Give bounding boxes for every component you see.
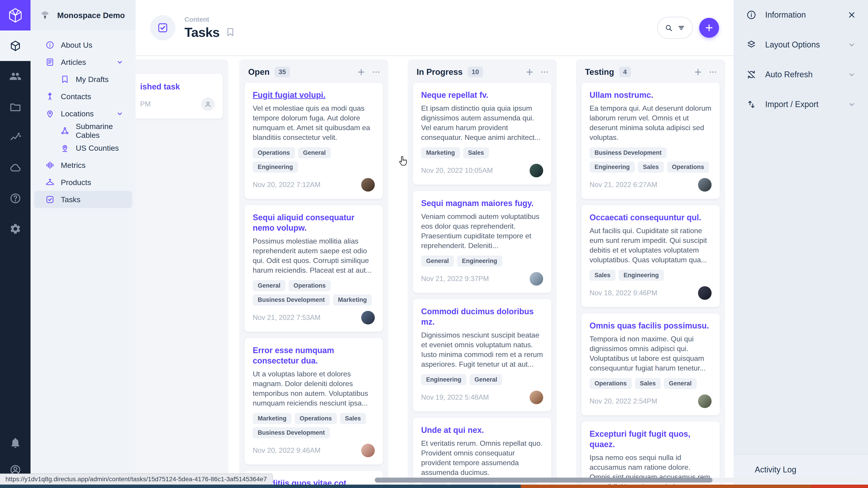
chevron-down-icon[interactable] bbox=[847, 40, 856, 49]
nav-item-locations[interactable]: Locations bbox=[34, 105, 132, 122]
tag-business-development: Business Development bbox=[253, 294, 330, 305]
layers-icon bbox=[746, 39, 756, 50]
avatar bbox=[530, 272, 543, 286]
info-icon bbox=[746, 10, 756, 20]
nav-item-my-drafts[interactable]: My Drafts bbox=[34, 71, 132, 88]
task-card[interactable]: Error esse numquam consectetur dua.Ut a … bbox=[245, 338, 383, 464]
sidebar-section-information[interactable]: Information bbox=[734, 0, 868, 30]
task-card[interactable]: Fugit fugiat volupi.Vel et molestiae qui… bbox=[245, 83, 383, 199]
column-actions bbox=[693, 68, 717, 76]
add-card-button[interactable] bbox=[693, 68, 703, 76]
nav-item-articles[interactable]: Articles bbox=[34, 54, 132, 71]
nav-item-about-us[interactable]: About Us bbox=[34, 36, 132, 54]
monospace-logo-icon bbox=[7, 7, 24, 24]
filter-icon[interactable] bbox=[677, 24, 686, 32]
module-content[interactable] bbox=[0, 31, 31, 61]
sidebar-section-label: Information bbox=[765, 10, 806, 20]
task-card-partial[interactable]: ished taskPM bbox=[135, 74, 223, 119]
nav-item-metrics[interactable]: Metrics bbox=[34, 157, 132, 174]
card-title[interactable]: Fugit fugiat volupi. bbox=[253, 90, 375, 100]
tag-marketing: Marketing bbox=[333, 294, 372, 305]
bookmark-icon bbox=[60, 75, 69, 84]
task-card[interactable]: Neque repellat fv.Et ipsam distinctio qu… bbox=[413, 83, 551, 185]
column-menu-button[interactable] bbox=[372, 68, 381, 76]
card-title[interactable]: ished task bbox=[140, 82, 215, 92]
card-description: Dignissimos nesciunt suscipit beatae et … bbox=[421, 330, 543, 369]
module-users[interactable] bbox=[0, 61, 31, 92]
chevron-down-icon[interactable] bbox=[847, 70, 856, 79]
add-card-button[interactable] bbox=[357, 68, 366, 76]
search-filter-pill[interactable] bbox=[657, 17, 693, 39]
column-count-badge: 10 bbox=[468, 67, 483, 77]
nav-item-submarine-cables[interactable]: Submarine Cables bbox=[34, 122, 132, 139]
card-date: Nov 20, 2022 10:05AM bbox=[421, 166, 493, 175]
close-icon[interactable] bbox=[847, 10, 856, 20]
tag-general: General bbox=[298, 147, 331, 158]
pin-icon bbox=[45, 109, 55, 118]
horizontal-scrollbar-thumb[interactable] bbox=[375, 478, 712, 483]
card-title[interactable]: Neque repellat fv. bbox=[421, 90, 543, 100]
task-card[interactable]: Occaecati consequuntur qul.Aut facilis q… bbox=[581, 205, 720, 307]
card-tags: OperationsSalesGeneral bbox=[590, 378, 712, 389]
column-count-badge: 35 bbox=[275, 67, 290, 77]
card-title[interactable]: Excepturi fugit fugit quos, quaez. bbox=[590, 429, 712, 450]
kanban-column-open: Open35Fugit fugiat volupi.Vel et molesti… bbox=[239, 59, 388, 488]
tag-engineering: Engineering bbox=[253, 162, 298, 173]
project-switcher[interactable]: Monospace Demo bbox=[31, 0, 135, 31]
nav-item-label: About Us bbox=[61, 41, 92, 50]
card-date: Nov 21, 2022 7:53AM bbox=[253, 314, 320, 322]
nav-item-label: Locations bbox=[61, 109, 94, 118]
column-actions bbox=[357, 68, 381, 76]
card-title[interactable]: Error esse numquam consectetur dua. bbox=[253, 345, 375, 366]
sidebar-section-auto-refresh[interactable]: Auto Refresh bbox=[734, 60, 868, 90]
sidebar-section-label: Import / Export bbox=[765, 100, 818, 109]
card-description: Ipsa nemo eos sequi nulla id accusamus n… bbox=[590, 453, 712, 488]
notifications[interactable] bbox=[0, 429, 31, 456]
chevron-down-icon[interactable] bbox=[847, 100, 856, 109]
card-title[interactable]: Commodi ducimus doloribus mz. bbox=[421, 306, 543, 327]
sidebar-section-import-export[interactable]: Import / Export bbox=[734, 90, 868, 119]
column-count-badge: 4 bbox=[619, 67, 631, 77]
nav-item-contacts[interactable]: Contacts bbox=[34, 88, 132, 105]
task-card[interactable]: Ullam nostrumc.Ea tempora qui. Aut deser… bbox=[581, 83, 720, 199]
card-title[interactable]: Sequi magnam maiores fugy. bbox=[421, 198, 543, 208]
card-title[interactable]: Sequi aliquid consequatur nemo volupw. bbox=[253, 213, 375, 233]
column-menu-button[interactable] bbox=[708, 68, 717, 76]
module-files[interactable] bbox=[0, 92, 31, 122]
task-card[interactable]: Sequi aliquid consequatur nemo volupw.Po… bbox=[245, 205, 383, 332]
task-card[interactable]: Sequi magnam maiores fugy.Veniam commodi… bbox=[413, 191, 551, 293]
card-title[interactable]: Occaecati consequuntur qul. bbox=[590, 213, 712, 223]
card-date: PM bbox=[140, 100, 151, 108]
add-card-button[interactable] bbox=[525, 68, 534, 76]
card-title[interactable]: Omnis quas facilis possimusu. bbox=[590, 321, 712, 331]
tag-engineering: Engineering bbox=[619, 270, 664, 281]
project-logo-icon bbox=[39, 10, 51, 21]
bookmark-icon[interactable] bbox=[225, 27, 235, 37]
module-help[interactable] bbox=[0, 183, 31, 214]
module-settings[interactable] bbox=[0, 214, 31, 244]
project-name: Monospace Demo bbox=[57, 11, 125, 20]
nav-item-us-counties[interactable]: US Counties bbox=[34, 139, 132, 157]
task-card[interactable]: Commodi ducimus doloribus mz.Dignissimos… bbox=[413, 299, 551, 412]
chevron-down-icon[interactable] bbox=[116, 58, 124, 66]
avatar bbox=[361, 178, 375, 192]
card-title[interactable]: Unde at qui nex. bbox=[421, 425, 543, 435]
nav-item-products[interactable]: Products bbox=[34, 174, 132, 191]
nav-item-label: Tasks bbox=[61, 195, 81, 204]
column-menu-button[interactable] bbox=[540, 68, 549, 76]
search-icon[interactable] bbox=[664, 24, 673, 32]
card-title[interactable]: Ullam nostrumc. bbox=[590, 90, 712, 100]
card-footer: Nov 21, 2022 7:53AM bbox=[253, 311, 375, 324]
breadcrumb[interactable]: Content bbox=[184, 16, 235, 23]
sidebar-section-layout-options[interactable]: Layout Options bbox=[734, 30, 868, 60]
app-logo[interactable] bbox=[0, 0, 31, 31]
task-card[interactable]: Omnis quas facilis possimusu.Tempora id … bbox=[581, 313, 720, 415]
module-cloud[interactable] bbox=[0, 153, 31, 183]
module-insights[interactable] bbox=[0, 122, 31, 153]
horizontal-scrollbar-track[interactable] bbox=[375, 478, 864, 483]
card-tags: Business DevelopmentEngineeringSalesOper… bbox=[590, 147, 712, 173]
nav-item-tasks[interactable]: Tasks bbox=[34, 191, 132, 208]
chevron-down-icon[interactable] bbox=[116, 109, 124, 118]
kanban-column-testing: Testing4Ullam nostrumc.Ea tempora qui. A… bbox=[576, 59, 725, 488]
add-task-button[interactable] bbox=[699, 18, 719, 38]
